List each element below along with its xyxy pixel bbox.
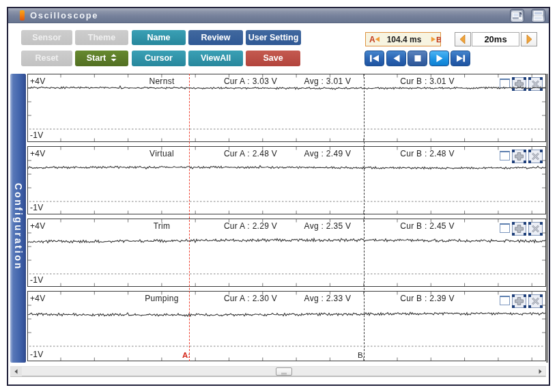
svg-text:104.4 ms: 104.4 ms [387,35,422,44]
svg-text:A: A [369,35,375,44]
svg-text:B: B [436,36,441,44]
